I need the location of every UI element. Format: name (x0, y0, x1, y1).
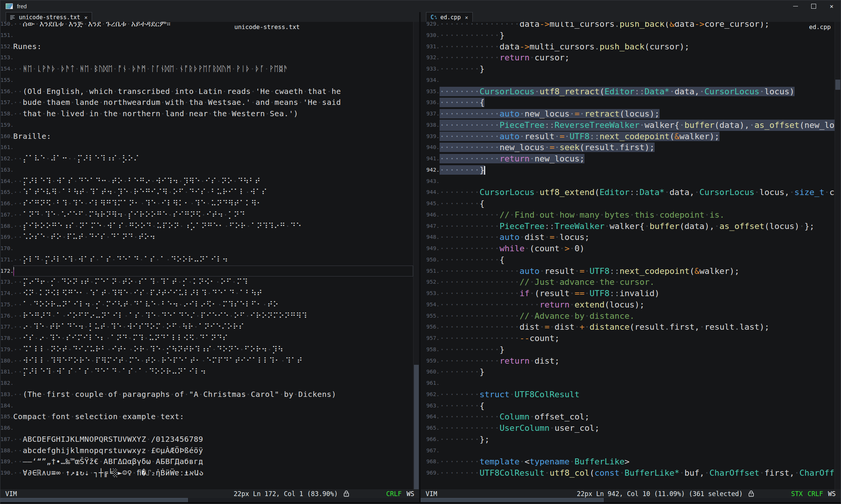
line-text[interactable]: ········} (440, 366, 835, 378)
left-vertical-scrollbar[interactable] (413, 22, 419, 489)
line-text[interactable]: ··⠊⠎·⠔·⠹⠑·⠎⠊⠍⠊⠇⠑⠆·⠁⠝⠙·⠍⠹·⠥⠝⠙⠁⠇⠇⠪⠫·⠙⠁⠝⠙⠎ (13, 333, 413, 344)
scrollbar-thumb[interactable] (414, 365, 419, 489)
line-number[interactable]: 184. (0, 400, 13, 412)
line-text[interactable] (13, 75, 413, 86)
line-text[interactable]: ············data->multi_cursors.push_bac… (440, 41, 835, 52)
line-text[interactable] (440, 378, 835, 389)
line-number[interactable]: 967. (421, 445, 440, 456)
line-text[interactable]: ················auto·result·=·UTF8::next… (440, 266, 835, 277)
line-number[interactable]: 962. (421, 389, 440, 400)
line-number[interactable]: 943. (421, 176, 440, 187)
right-vertical-scrollbar[interactable] (835, 22, 841, 489)
line-number[interactable]: 941. (421, 153, 440, 164)
line-text[interactable] (440, 176, 835, 187)
text-line[interactable]: 151. (0, 30, 419, 41)
line-text[interactable] (440, 75, 835, 86)
line-number[interactable]: 178. (0, 333, 13, 344)
line-number[interactable]: 946. (421, 209, 440, 221)
line-number[interactable]: 177. (0, 321, 13, 333)
code-line[interactable]: 961. (421, 378, 841, 389)
line-number[interactable]: 165. (0, 187, 13, 198)
line-number[interactable]: 952. (421, 277, 440, 288)
line-number[interactable]: 929. (421, 22, 440, 30)
line-number[interactable]: 156. (0, 86, 13, 97)
text-editor-area[interactable]: unicode-stress.txt 150.··ሰው·እንደቤቱ·እንጅ·እን… (0, 22, 419, 489)
tab-close-icon[interactable]: ✕ (465, 14, 468, 20)
code-line[interactable]: 952.················//·Just·advance·the·… (421, 277, 841, 288)
line-number[interactable]: 930. (421, 30, 440, 41)
line-number[interactable]: 166. (0, 198, 13, 209)
line-number[interactable]: 155. (0, 75, 13, 86)
line-text[interactable]: ··(Old·English,·which·transcribed·into·L… (13, 86, 413, 97)
code-line[interactable]: 933.········} (421, 63, 841, 75)
line-text[interactable]: ········{ (440, 198, 835, 209)
line-text[interactable]: Runes: (13, 41, 413, 52)
line-text[interactable]: Compact·font·selection·example·text: (13, 411, 413, 423)
line-text[interactable] (13, 378, 413, 389)
text-line[interactable]: 169.··⠡⠕⠎⠑·⠞⠕·⠏⠥⠞·⠙⠊⠎·⠙⠁⠝⠙·⠞⠕⠲ (0, 232, 419, 243)
text-line[interactable]: 153. (0, 52, 419, 63)
line-text[interactable]: ··that·he·lived·in·the·northern·land·nea… (13, 108, 413, 120)
line-text[interactable]: ········}; (440, 434, 835, 445)
line-text[interactable]: ····················return·extend(locus)… (440, 299, 835, 310)
text-line[interactable]: 188.··abcdefghijklmnopqrstuvwxyz·£©µÀÆÖÞ… (0, 445, 419, 456)
code-line[interactable]: 958.············} (421, 344, 841, 355)
line-text[interactable] (13, 30, 413, 41)
line-text[interactable] (13, 52, 413, 63)
line-text[interactable]: ··⡎⠊⠗⠕⠕⠛⠑⠰⠎·⠝⠁⠍⠑·⠺⠁⠎·⠛⠕⠕⠙·⠥⠏⠕⠝·⠰⡡⠁⠝⠛⠑⠂·⠋… (13, 221, 413, 232)
text-line[interactable]: 161. (0, 142, 419, 153)
text-line[interactable]: 189.··–—‘“”„†•…‰™œŠŸž€·ΑΒΓΔΩαβγδω·АБВГДа… (0, 456, 419, 467)
line-text[interactable] (13, 266, 413, 277)
line-text[interactable]: ··⠱⠁⠞⠑⠧⠻·⠁⠃⠳⠞·⠹⠁⠞⠲·⡹⠑·⠗⠑⠛⠊⠌⠻·⠕⠋·⠙⠊⠎·⠃⠥⠗⠊… (13, 187, 413, 198)
code-line[interactable]: 938.············PieceTree::ReverseTreeWa… (421, 120, 841, 131)
line-text[interactable]: ················//·Just·advance·the·curs… (440, 277, 835, 288)
line-number[interactable]: 174. (0, 288, 13, 299)
line-text[interactable]: ············} (440, 30, 835, 41)
code-editor-area[interactable]: ed.cpp 929.················data->multi_c… (421, 22, 841, 489)
line-text[interactable]: ················--count; (440, 333, 835, 344)
line-text[interactable] (13, 400, 413, 412)
text-line[interactable]: 175.··⠁·⠙⠕⠕⠗⠤⠝⠁⠊⠇⠲·⡊·⠍⠊⠣⠞·⠙⠁⠧⠑·⠃⠑⠲·⠔⠊⠇⠔⠫… (0, 299, 419, 310)
line-number[interactable]: 171. (0, 254, 13, 266)
code-line[interactable]: 935.········CursorLocus·utf8_retract(Edi… (421, 86, 841, 97)
line-number[interactable]: 960. (421, 366, 440, 378)
line-number[interactable]: 181. (0, 366, 13, 378)
code-line[interactable]: 960.········} (421, 366, 841, 378)
text-line[interactable]: 182. (0, 378, 419, 389)
line-text[interactable]: ············auto·new_locus·=·retract(loc… (440, 108, 835, 120)
line-number[interactable]: 963. (421, 400, 440, 412)
line-number[interactable]: 937. (421, 108, 440, 120)
text-line[interactable]: 168.··⡎⠊⠗⠕⠕⠛⠑⠰⠎·⠝⠁⠍⠑·⠺⠁⠎·⠛⠕⠕⠙·⠥⠏⠕⠝·⠰⡡⠁⠝⠛… (0, 221, 419, 232)
line-text[interactable]: ············PieceTree::ReverseTreeWalker… (440, 120, 835, 131)
code-line[interactable]: 964.············Column·offset_col; (421, 411, 841, 423)
line-text[interactable]: ················data->multi_cursors.push… (440, 22, 835, 30)
line-text[interactable] (13, 243, 413, 254)
code-line[interactable]: 940.············new_locus·=·seek(result.… (421, 142, 841, 153)
text-line[interactable]: 184. (0, 400, 419, 412)
code-line[interactable]: 937.············auto·new_locus·=·retract… (421, 108, 841, 120)
text-line[interactable]: 177.··⠔·⠹⠑·⠞⠗⠁⠙⠑⠲·⡃⠥⠞·⠹⠑·⠺⠊⠎⠙⠕⠍·⠕⠋·⠳⠗·⠁⠝… (0, 321, 419, 333)
tab-close-icon[interactable]: ✕ (85, 14, 88, 20)
line-text[interactable]: ············//·Find·out·how·many·bytes·t… (440, 209, 835, 221)
code-line[interactable]: 951.················auto·result·=·UTF8::… (421, 266, 841, 277)
line-number[interactable]: 179. (0, 344, 13, 355)
code-line[interactable]: 929.················data->multi_cursors.… (421, 22, 841, 30)
text-line[interactable]: 150.··ሰው·እንደቤቱ·እንጅ·እንደ·ጉረቤቱ·አይተዳደርም። (0, 22, 419, 30)
line-number[interactable]: 953. (421, 288, 440, 299)
line-text[interactable]: ··∀∂∈ℝ∧∪≡∞·↑↗↨↻⇣·┐┼╔╘░►☺♀·ﬁ�⑀₂ἠḂӥẄɐː⍎אԱა (13, 467, 413, 479)
line-text[interactable]: ··⡍⠜⠇⠑⠹·⠺⠁⠎·⠁⠎·⠙⠑⠁⠙·⠁⠎·⠁·⠙⠕⠕⠗⠤⠝⠁⠊⠇⠲ (13, 366, 413, 378)
line-text[interactable]: ········UTF8ColResult·utf8_col(const·Buf… (440, 467, 835, 479)
line-number[interactable]: 951. (421, 266, 440, 277)
code-line[interactable]: 944.········CursorLocus·utf8_extend(Edit… (421, 187, 841, 198)
text-line[interactable]: 180.··⠺⠊⠇⠇·⠹⠻⠑⠋⠕⠗⠑·⠏⠻⠍⠊⠞·⠍⠑·⠞⠕·⠗⠑⠏⠑⠁⠞⠂·⠑… (0, 355, 419, 367)
line-text[interactable]: ············return·new_locus; (440, 153, 835, 164)
tab-ed-cpp[interactable]: C + + ed.cpp ✕ (426, 12, 473, 22)
line-number[interactable]: 964. (421, 411, 440, 423)
line-number[interactable]: 938. (421, 120, 440, 131)
line-number[interactable]: 955. (421, 310, 440, 322)
line-number[interactable]: 186. (0, 423, 13, 434)
line-text[interactable]: ··ᚻᛖ·ᚳᚹᚫᚦ·ᚦᚫᛏ·ᚻᛖ·ᛒᚢᛞᛖ·ᚩᚾ·ᚦᚫᛗ·ᛚᚪᚾᛞᛖ·ᚾᚩᚱᚦᚹ… (13, 63, 413, 75)
line-number[interactable]: 185. (0, 411, 13, 423)
line-number[interactable]: 159. (0, 120, 13, 131)
code-line[interactable]: 953.················if·(result·==·UTF8::… (421, 288, 841, 299)
